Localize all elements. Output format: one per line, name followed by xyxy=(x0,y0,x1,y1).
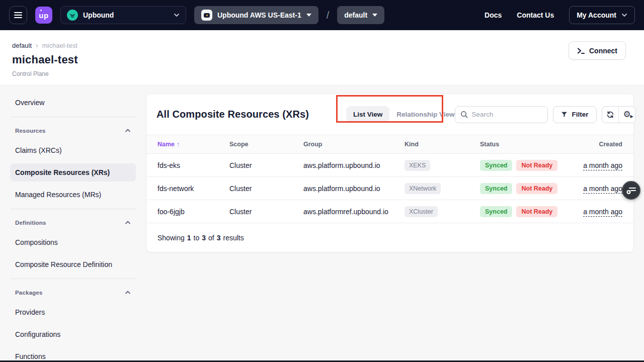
chevron-up-icon xyxy=(125,221,131,225)
footer-to: 3 xyxy=(202,234,206,242)
cell-status: Synced Not Ready xyxy=(480,206,576,217)
column-header-name[interactable]: Name ↑ xyxy=(157,141,229,148)
feedback-widget-button[interactable] xyxy=(622,181,640,200)
cell-group: aws.platformref.upbound.io xyxy=(303,208,405,216)
cell-created: a month ago xyxy=(576,208,622,216)
breadcrumb-slash: / xyxy=(327,10,330,21)
my-account-label: My Account xyxy=(577,11,616,19)
page-subtitle: Control Plane xyxy=(12,70,626,77)
footer-text: Showing xyxy=(157,234,185,242)
organization-selector[interactable]: Upbound xyxy=(60,6,186,24)
connect-label: Connect xyxy=(589,47,617,55)
relative-time[interactable]: a month ago xyxy=(583,161,622,170)
section-label: Resources xyxy=(15,128,46,134)
chevron-up-icon xyxy=(125,129,131,133)
top-navbar: up Upbound Upbound AWS US-East-1 / defau… xyxy=(0,0,644,30)
hamburger-menu-icon[interactable] xyxy=(9,6,27,24)
status-badge-not-ready: Not Ready xyxy=(516,160,557,171)
cell-scope: Cluster xyxy=(229,208,303,216)
status-badge-synced: Synced xyxy=(480,160,512,171)
namespace-selector[interactable]: default xyxy=(337,6,384,24)
list-view-tab[interactable]: List View xyxy=(346,106,389,123)
cell-created: a month ago xyxy=(576,185,622,193)
table-row[interactable]: fds-network Cluster aws.platform.upbound… xyxy=(146,177,633,200)
section-label: Packages xyxy=(15,290,43,296)
sidebar-item-xrd[interactable]: Composite Resource Definition xyxy=(10,255,136,274)
sidebar: Overview Resources Claims (XRCs) Composi… xyxy=(10,94,136,362)
sidebar-section-packages[interactable]: Packages xyxy=(10,286,136,299)
caret-down-icon xyxy=(306,14,311,17)
cell-kind: XCluster xyxy=(405,206,480,217)
footer-from: 1 xyxy=(187,234,191,242)
relationship-view-tab[interactable]: Relationship View xyxy=(396,111,454,118)
control-plane-icon xyxy=(201,10,212,21)
page-title: michael-test xyxy=(12,53,626,66)
status-badge-synced: Synced xyxy=(480,206,512,217)
column-header-group[interactable]: Group xyxy=(303,141,405,148)
refresh-icon xyxy=(606,111,614,119)
cell-status: Synced Not Ready xyxy=(480,160,576,171)
funnel-icon xyxy=(561,111,568,118)
table-row[interactable]: foo-6jgjb Cluster aws.platformref.upboun… xyxy=(146,200,633,223)
organization-name: Upbound xyxy=(83,11,169,19)
filter-label: Filter xyxy=(572,111,589,118)
sidebar-divider xyxy=(10,117,136,117)
contact-us-link[interactable]: Contact Us xyxy=(517,11,554,19)
sidebar-divider xyxy=(10,209,136,209)
status-badge-not-ready: Not Ready xyxy=(516,183,557,194)
cell-scope: Cluster xyxy=(229,161,303,169)
view-toggle: List View Relationship View xyxy=(346,106,455,123)
cell-created: a month ago xyxy=(576,161,622,169)
column-header-status[interactable]: Status xyxy=(480,141,576,148)
sidebar-section-definitions[interactable]: Definitions xyxy=(10,216,136,229)
filter-button[interactable]: Filter xyxy=(553,106,597,123)
panel-title: All Composite Resources (XRs) xyxy=(156,109,309,120)
sidebar-section-resources[interactable]: Resources xyxy=(10,124,136,137)
footer-text: results xyxy=(223,234,244,242)
relative-time[interactable]: a month ago xyxy=(583,185,622,194)
sidebar-item-overview[interactable]: Overview xyxy=(10,94,136,112)
sidebar-item-functions[interactable]: Functions xyxy=(10,347,136,362)
search-icon xyxy=(460,111,468,118)
sidebar-item-composite-resources[interactable]: Composite Resources (XRs) xyxy=(10,163,136,182)
my-account-button[interactable]: My Account xyxy=(569,6,635,24)
sidebar-divider xyxy=(10,279,136,279)
upbound-logo[interactable]: up xyxy=(35,7,52,24)
cell-name: fds-eks xyxy=(157,161,229,169)
control-plane-name: Upbound AWS US-East-1 xyxy=(217,11,301,19)
sidebar-item-managed-resources[interactable]: Managed Resources (MRs) xyxy=(10,186,136,204)
cell-name: foo-6jgjb xyxy=(157,208,229,216)
auto-refresh-settings-button[interactable]: ⚙▶ xyxy=(619,107,635,123)
column-label: Name xyxy=(157,141,175,148)
footer-total: 3 xyxy=(217,234,221,242)
refresh-button[interactable] xyxy=(602,107,619,123)
table-row[interactable]: fds-eks Cluster aws.platform.upbound.io … xyxy=(146,154,633,177)
column-header-scope[interactable]: Scope xyxy=(229,141,303,148)
composite-resources-panel: All Composite Resources (XRs) List View … xyxy=(146,94,634,252)
cell-group: aws.platform.upbound.io xyxy=(303,185,405,193)
sidebar-item-claims[interactable]: Claims (XRCs) xyxy=(10,141,136,159)
table-actions: ⚙▶ xyxy=(602,106,636,123)
cell-kind: XNetwork xyxy=(405,183,480,194)
connect-button[interactable]: Connect xyxy=(569,41,626,60)
cell-scope: Cluster xyxy=(229,185,303,193)
cell-status: Synced Not Ready xyxy=(480,183,576,194)
table-footer: Showing 1 to 3 of 3 results xyxy=(146,223,633,252)
sort-ascending-icon: ↑ xyxy=(177,141,180,148)
sidebar-item-providers[interactable]: Providers xyxy=(10,303,136,321)
sidebar-item-compositions[interactable]: Compositions xyxy=(10,233,136,251)
column-header-kind[interactable]: Kind xyxy=(405,141,480,148)
sidebar-item-configurations[interactable]: Configurations xyxy=(10,325,136,343)
upbound-logo-text: up xyxy=(39,11,48,20)
column-header-created[interactable]: Created xyxy=(576,141,622,148)
control-plane-selector[interactable]: Upbound AWS US-East-1 xyxy=(194,6,318,24)
relative-time[interactable]: a month ago xyxy=(583,208,622,217)
footer-text: of xyxy=(208,234,214,242)
breadcrumb-root[interactable]: default xyxy=(12,42,32,49)
cell-group: aws.platform.upbound.io xyxy=(303,161,405,169)
breadcrumb: default › michael-test xyxy=(12,41,626,49)
docs-link[interactable]: Docs xyxy=(485,11,502,19)
search-input[interactable] xyxy=(472,111,542,118)
gear-icon: ⚙▶ xyxy=(623,110,630,119)
chevron-down-icon xyxy=(621,13,627,17)
